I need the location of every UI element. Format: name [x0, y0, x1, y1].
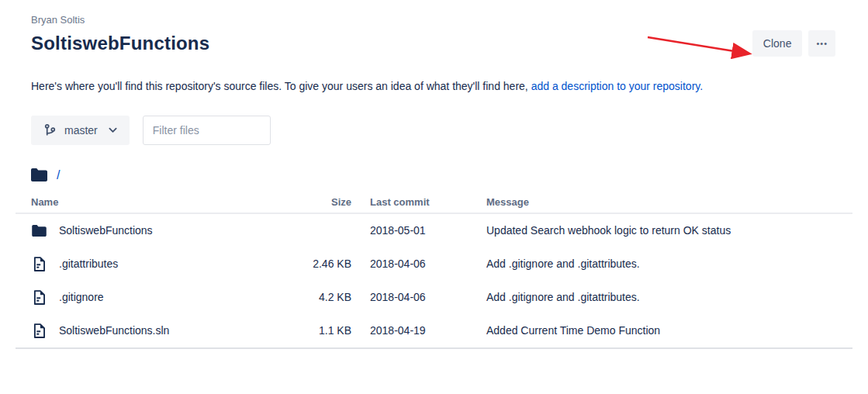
toolbar: master: [31, 116, 835, 145]
file-link[interactable]: SoltiswebFunctions.sln: [59, 324, 169, 337]
table-row: .gitattributes2.46 KB2018-04-06Add .giti…: [16, 247, 852, 281]
more-options-button[interactable]: •••: [808, 30, 835, 57]
column-header-last-commit: Last commit: [351, 196, 468, 208]
last-commit-date[interactable]: 2018-04-06: [351, 257, 468, 270]
column-header-message: Message: [468, 196, 852, 208]
commit-message: Updated Search webhook logic to return O…: [468, 224, 852, 237]
file-size: 4.2 KB: [289, 291, 351, 303]
file-icon: [31, 323, 47, 338]
file-icon: [31, 257, 47, 271]
commit-message: Add .gitignore and .gitattributes.: [468, 257, 852, 270]
page-title: SoltiswebFunctions: [31, 33, 209, 54]
file-link[interactable]: .gitignore: [59, 291, 104, 303]
chevron-down-icon: [109, 127, 117, 133]
file-name-cell: SoltiswebFunctions.sln: [16, 323, 289, 338]
file-size: 2.46 KB: [289, 257, 351, 270]
add-description-link[interactable]: add a description to your repository.: [531, 80, 704, 92]
file-name-cell: SoltiswebFunctions: [16, 224, 289, 237]
file-icon: [31, 290, 47, 305]
last-commit-date[interactable]: 2018-04-19: [351, 324, 468, 337]
column-header-size: Size: [289, 196, 351, 208]
file-size: 1.1 KB: [289, 324, 351, 337]
last-commit-date[interactable]: 2018-04-06: [351, 291, 468, 303]
table-row: SoltiswebFunctions.sln1.1 KB2018-04-19Ad…: [16, 314, 852, 347]
description-text: Here's where you'll find this repository…: [31, 80, 531, 92]
title-row: SoltiswebFunctions Clone •••: [31, 30, 835, 57]
column-header-name: Name: [16, 196, 289, 208]
title-actions: Clone •••: [752, 30, 835, 57]
file-table: Name Size Last commit Message SoltiswebF…: [16, 192, 852, 349]
last-commit-date[interactable]: 2018-05-01: [351, 224, 468, 237]
file-link[interactable]: SoltiswebFunctions: [59, 224, 153, 237]
file-link[interactable]: .gitattributes: [59, 257, 118, 270]
file-name-cell: .gitignore: [16, 290, 289, 305]
repository-description: Here's where you'll find this repository…: [31, 79, 835, 95]
commit-message: Added Current Time Demo Function: [468, 324, 852, 337]
breadcrumb[interactable]: Bryan Soltis: [31, 14, 835, 26]
table-row: SoltiswebFunctions2018-05-01Updated Sear…: [16, 214, 852, 247]
table-header: Name Size Last commit Message: [16, 192, 852, 214]
commit-message: Add .gitignore and .gitattributes.: [468, 291, 852, 303]
git-branch-icon: [43, 123, 57, 137]
file-table-body: SoltiswebFunctions2018-05-01Updated Sear…: [16, 214, 852, 349]
branch-selector[interactable]: master: [31, 116, 130, 145]
clone-button[interactable]: Clone: [752, 30, 803, 57]
repository-source-page: Bryan Soltis SoltiswebFunctions Clone ••…: [0, 14, 868, 394]
folder-icon: [31, 168, 47, 181]
branch-label: master: [64, 124, 98, 137]
filter-files-input[interactable]: [143, 116, 271, 145]
folder-icon: [31, 225, 47, 237]
file-name-cell: .gitattributes: [16, 257, 289, 271]
root-path-link[interactable]: /: [57, 168, 60, 182]
table-row: .gitignore4.2 KB2018-04-06Add .gitignore…: [16, 281, 852, 314]
path-breadcrumb: /: [31, 168, 835, 182]
